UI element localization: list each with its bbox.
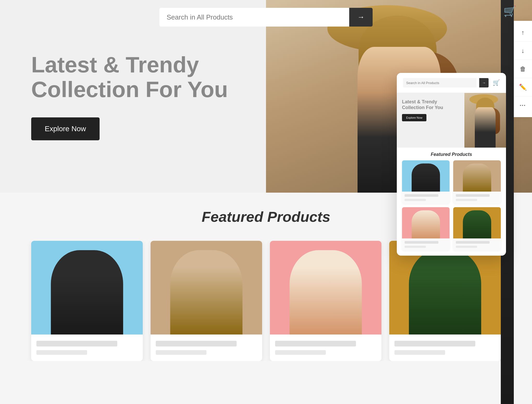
- preview-price-bar-3: [405, 246, 426, 248]
- preview-panel: → 🛒 Latest & TrendyCollection For You Ex…: [397, 73, 506, 256]
- preview-explore-button[interactable]: Explore Now: [402, 114, 426, 121]
- product-figure-2: [170, 250, 243, 334]
- product-card-1[interactable]: [31, 241, 143, 361]
- preview-product-img-1: [402, 160, 450, 192]
- cart-icon-top[interactable]: 🛒: [503, 5, 516, 17]
- preview-product-info-3: [402, 238, 450, 250]
- product-image-1: [31, 241, 143, 334]
- preview-search-input[interactable]: [403, 78, 477, 87]
- right-toolbar: ↑ ↓ 🗑 ✏️ •••: [514, 21, 532, 117]
- preview-name-bar-3: [405, 241, 438, 244]
- preview-cart-icon[interactable]: 🛒: [493, 79, 500, 86]
- product-card-4[interactable]: [389, 241, 501, 361]
- preview-featured-title: Featured Products: [397, 148, 506, 160]
- preview-product-card-1[interactable]: [402, 160, 450, 204]
- preview-figure-4: [463, 210, 491, 238]
- preview-product-info-4: [453, 238, 501, 250]
- product-price-bar-3: [275, 350, 326, 355]
- toolbar-edit-button[interactable]: ✏️: [514, 78, 532, 96]
- product-card-3[interactable]: [270, 241, 381, 361]
- preview-figure-2: [463, 163, 491, 192]
- preview-product-img-2: [453, 160, 501, 192]
- product-name-bar-3: [275, 341, 356, 346]
- arrow-down-icon: ↓: [521, 47, 524, 54]
- toolbar-more-button[interactable]: •••: [514, 96, 532, 115]
- preview-hero-image: [464, 93, 506, 148]
- more-icon: •••: [520, 103, 526, 108]
- product-price-bar-1: [36, 350, 87, 355]
- preview-hero: Latest & TrendyCollection For You Explor…: [397, 93, 506, 148]
- product-figure-4: [409, 250, 481, 334]
- top-bar: →: [0, 8, 532, 27]
- preview-search-button[interactable]: →: [479, 78, 489, 87]
- preview-products-grid: [397, 160, 506, 250]
- arrow-right-icon: →: [357, 13, 365, 21]
- hero-title: Latest & TrendyCollection For You: [31, 52, 266, 102]
- arrow-up-icon: ↑: [521, 29, 524, 36]
- mini-woman-body: [475, 107, 496, 148]
- trash-icon: 🗑: [520, 65, 526, 73]
- preview-price-bar-1: [405, 199, 426, 201]
- product-name-bar-4: [394, 341, 475, 346]
- product-figure-3: [289, 250, 362, 334]
- product-image-2: [151, 241, 262, 334]
- toolbar-arrow-up-button[interactable]: ↑: [514, 23, 532, 42]
- preview-product-img-4: [453, 207, 501, 238]
- product-info-4: [389, 334, 501, 361]
- toolbar-arrow-down-button[interactable]: ↓: [514, 42, 532, 60]
- product-info-2: [151, 334, 262, 361]
- preview-name-bar-4: [456, 241, 490, 244]
- preview-product-img-3: [402, 207, 450, 238]
- product-card-2[interactable]: [151, 241, 262, 361]
- preview-arrow-icon: →: [482, 81, 486, 85]
- preview-figure-3: [412, 210, 440, 238]
- product-name-bar-1: [36, 341, 117, 346]
- product-price-bar-2: [156, 350, 206, 355]
- preview-price-bar-2: [456, 199, 477, 201]
- preview-name-bar-1: [405, 194, 438, 197]
- preview-product-info-2: [453, 192, 501, 204]
- product-image-3: [270, 241, 381, 334]
- products-grid: [0, 241, 532, 361]
- preview-product-info-1: [402, 192, 450, 204]
- main-wrapper: → 🛒 Latest & TrendyCollection For You Ex…: [0, 0, 532, 404]
- search-container: →: [159, 8, 373, 27]
- product-info-1: [31, 334, 143, 361]
- preview-product-card-2[interactable]: [453, 160, 501, 204]
- edit-pencil-icon: ✏️: [519, 84, 527, 91]
- preview-product-card-4[interactable]: [453, 207, 501, 250]
- toolbar-trash-button[interactable]: 🗑: [514, 60, 532, 78]
- product-price-bar-4: [394, 350, 445, 355]
- product-name-bar-2: [156, 341, 237, 346]
- preview-name-bar-2: [456, 194, 490, 197]
- explore-now-button[interactable]: Explore Now: [31, 117, 100, 140]
- search-input[interactable]: [159, 8, 349, 27]
- preview-hero-title: Latest & TrendyCollection For You: [402, 99, 459, 110]
- preview-price-bar-4: [456, 246, 477, 248]
- preview-product-card-3[interactable]: [402, 207, 450, 250]
- hero-left: Latest & TrendyCollection For You Explor…: [0, 0, 266, 193]
- preview-header: → 🛒: [397, 73, 506, 93]
- product-figure-1: [51, 250, 123, 334]
- preview-hero-text: Latest & TrendyCollection For You Explor…: [397, 93, 464, 148]
- preview-figure-1: [412, 163, 440, 192]
- search-button[interactable]: →: [349, 8, 373, 27]
- product-info-3: [270, 334, 381, 361]
